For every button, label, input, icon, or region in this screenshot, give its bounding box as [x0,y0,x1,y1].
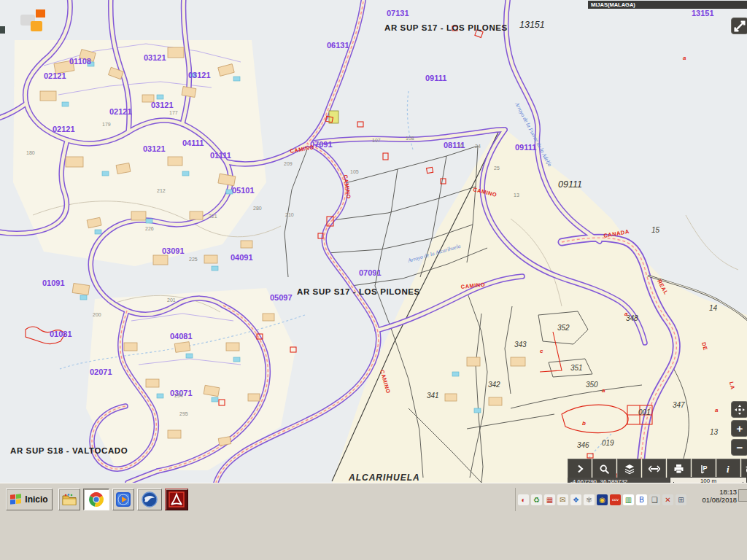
map-label: 07131 [387,9,409,18]
start-label: Inicio [25,494,47,505]
map-label: 16 [457,143,463,148]
map-label: 295 [179,411,188,416]
desktop: 0110803121021210312102121031210212103121… [0,0,747,560]
map-label: 03121 [151,101,174,109]
taskbar-thunderbird-button[interactable] [137,489,162,510]
map-label: 212 [157,188,166,193]
map-label: 351 [570,364,583,372]
chevron-right-icon [575,464,585,474]
map-label: 209 [284,161,293,166]
map-label: 343 [514,341,527,349]
map-label: 01111 [210,151,231,160]
toolbar-print-button[interactable] [667,459,691,479]
toolbar-chevron-button[interactable] [568,459,592,479]
taskbar-media-player-button[interactable] [112,489,134,510]
layers-off-icon [744,464,747,475]
mail-icon[interactable]: ✉ [557,494,568,505]
map-label: 341 [427,392,439,400]
map-label: 02071 [90,368,112,376]
wireless-icon[interactable]: ◉ [597,494,608,505]
map-label: 03121 [188,71,211,79]
cleaner-icon[interactable]: ◐ [518,494,529,505]
svg-text:i: i [727,464,729,474]
toolbar-layers-off-button[interactable] [741,459,747,479]
map-label: 04081 [170,332,193,341]
clock-date: 01/08/2018 [690,496,737,504]
map-label: 347 [673,401,685,409]
taskbar-file-explorer-button[interactable] [58,489,80,510]
map-label: 03121 [144,53,166,62]
map-label: 24 [475,144,481,149]
map-label: 352 [557,324,570,332]
toolbar-measure-button[interactable] [642,459,666,479]
map-label: 07091 [359,268,382,277]
map-label: 05101 [232,186,255,195]
map-label: 13151 [692,9,714,18]
zoom-out-button[interactable]: − [731,439,747,456]
bluetooth-icon[interactable]: B [636,494,647,505]
map-label: 105 [350,169,359,174]
map-label: 09111 [558,179,582,190]
expand-button[interactable] [731,18,747,34]
taskbar-clock[interactable]: 18:13 01/08/2018 [690,488,737,504]
map-region-title: MIJAS(MALAGA) [588,1,747,9]
map-viewport[interactable]: 0110803121021210312102121031210212103121… [0,0,747,483]
pan-icon [735,405,745,415]
map-label: 13 [514,192,519,198]
folder-icon [61,491,78,508]
volume-muted-icon[interactable]: ✕ [662,494,673,505]
map-label: 177 [169,110,178,115]
zoom-out-icon: − [737,441,743,454]
tray-overflow-icon[interactable] [738,489,747,502]
map-label: 019 [602,439,614,447]
map-label: a [624,311,628,317]
map-label: AR SUP S17 - LOS PILONES [297,287,420,296]
map-label: 350 [586,381,598,389]
map-label: 294 [174,393,183,398]
taskbar-acrobat-button[interactable] [165,489,188,510]
windows-logo-icon [10,494,22,505]
map-label: 02121 [53,125,75,133]
printer-icon [673,464,684,474]
map-label: 13151 [519,20,545,30]
map-label: b [582,420,586,427]
magnifier-icon [599,464,610,475]
map-label: 225 [189,257,198,262]
printer-icon[interactable]: ❑ [649,494,660,505]
clock-time: 18:13 [690,488,737,496]
ccv-icon[interactable]: ccv [610,494,621,505]
taskbar-chrome-button[interactable] [83,489,109,510]
zoom-in-button[interactable]: + [731,420,747,437]
info-icon: i [726,464,732,474]
chrome-icon [88,491,105,508]
sync-icon[interactable]: ❖ [570,494,581,505]
stats-icon[interactable]: ▥ [623,494,634,505]
map-label: 06131 [327,41,349,50]
map-label: 02121 [44,71,66,80]
map-label: 09111 [515,143,536,152]
map-label: 03091 [162,246,185,255]
map-label: 342 [488,381,500,389]
antivirus-icon[interactable]: ▦ [544,494,555,505]
map-label: 226 [145,226,154,231]
map-label: 02121 [109,107,132,116]
recycle-icon[interactable]: ♻ [531,494,542,505]
toolbar-locate-button[interactable]: P [692,459,716,479]
map-label: 13 [710,428,719,436]
toolbar-info-button[interactable]: i [716,459,740,479]
map-label: 346 [577,441,589,449]
start-button[interactable]: Inicio [6,489,53,510]
measure-icon [649,464,660,473]
map-label: 01091 [42,279,65,287]
network-icon[interactable]: ⊞ [676,494,686,505]
map-label: a [715,407,719,413]
map-label: 107 [372,138,381,143]
map-label: 200 [93,312,101,317]
knot-icon[interactable]: ✾ [584,494,595,505]
map-label: 348 [626,314,638,322]
toolbar-layers-button[interactable] [617,459,641,479]
toolbar-zoom-button[interactable] [592,459,616,479]
map-label: 180 [26,150,35,155]
taskbar: Inicio [0,483,747,560]
pan-button[interactable] [731,401,747,418]
